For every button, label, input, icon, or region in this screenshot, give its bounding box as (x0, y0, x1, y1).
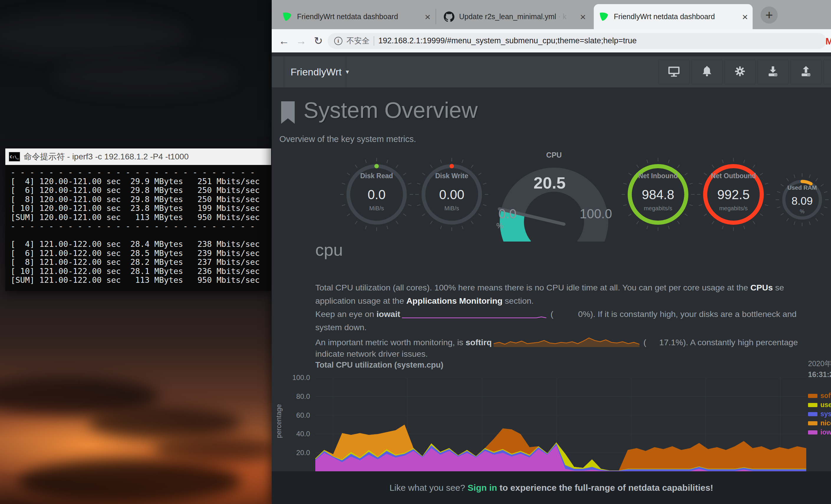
host-name: FriendlyWrt (291, 66, 342, 78)
url-text[interactable]: 192.168.2.1:19999/#menu_system_submenu_c… (378, 36, 637, 46)
description-line: Total CPU utilization (all cores). 100% … (315, 283, 831, 296)
terminal-output[interactable]: - - - - - - - - - - - - - - - - - - - - … (5, 165, 271, 291)
y-axis-tick: 100.0 (278, 374, 310, 382)
terminal-titlebar[interactable]: C:\_ 命令提示符 - iperf3 -c 192.168.1.2 -P4 -… (5, 148, 271, 165)
description-line: An important metric worth monitoring, is… (315, 336, 831, 349)
signin-text: Like what you see? Sign in to experience… (390, 483, 713, 493)
browser-window[interactable]: FriendlyWrt netdata dashboard×Update r2s… (272, 0, 831, 504)
text-segment: Keep an eye on (315, 309, 377, 319)
tab-title: FriendlyWrt netdata dashboard (614, 12, 739, 21)
gear-icon (733, 64, 747, 79)
legend-item-softirq[interactable]: softirq (808, 391, 831, 400)
tab-close-icon[interactable]: × (742, 12, 748, 22)
legend-label: iowait (821, 428, 831, 436)
gauge-net-outbound[interactable]: Net Outbound 992.5 megabits/s (689, 150, 778, 239)
cpu-description: Total CPU utilization (all cores). 100% … (315, 283, 831, 362)
browser-tab[interactable]: FriendlyWrt netdata dashboard× (594, 4, 753, 29)
gauge-value: 984.8 (614, 187, 702, 202)
reload-button[interactable]: ↻ (311, 35, 326, 47)
terminal-line: [SUM] 120.00-121.00 sec 113 MBytes 950 M… (10, 213, 271, 222)
text-segment: ). A constantly high percentage (683, 337, 798, 347)
legend-item-system[interactable]: system (808, 410, 831, 419)
gauge-title: Net Inbound (614, 172, 702, 180)
gauge-unit: % (771, 209, 831, 215)
text-segment: An important metric worth monitoring, is (315, 337, 466, 347)
legend-swatch (808, 394, 818, 398)
tab-title: Update r2s_lean_minimal.yml · k (459, 12, 577, 21)
legend-date: 2020年3 (808, 359, 831, 368)
inline-link[interactable]: Applications Monitoring (406, 296, 503, 305)
text-segment: softirq (466, 337, 492, 347)
gauge-title: Net Outbound (689, 172, 778, 180)
host-dropdown[interactable]: FriendlyWrt ▾ (291, 56, 349, 88)
gauge-net-inbound[interactable]: Net Inbound 984.8 megabits/s (614, 150, 702, 239)
gauge-max: 100.0 (580, 207, 612, 221)
gauge-value: 20.5 (534, 173, 566, 192)
legend-label: system (821, 410, 831, 418)
gauge-title: Used RAM (771, 184, 831, 191)
gauge-disk-write[interactable]: Disk Write 0.00 MiB/s (407, 150, 496, 239)
cloud-shape (88, 407, 241, 439)
monitor-icon (667, 64, 681, 79)
terminal-line: [ 6] 121.00-122.00 sec 28.5 MBytes 239 M… (10, 249, 271, 258)
chart-y-axis-label: percentage (275, 389, 283, 454)
cloud-shape (153, 436, 277, 463)
terminal-line: [SUM] 121.00-122.00 sec 113 MBytes 950 M… (10, 276, 271, 285)
bell-icon-button[interactable] (691, 59, 722, 85)
chevron-down-icon: ▾ (346, 68, 349, 76)
download-icon (766, 64, 780, 79)
cloud-shape (18, 459, 241, 504)
back-button[interactable]: ← (277, 35, 292, 47)
bell-icon (700, 64, 714, 79)
terminal-line: [ 10] 120.00-121.00 sec 23.8 MBytes 199 … (10, 204, 271, 213)
omnibox-divider (374, 36, 374, 46)
extension-badge[interactable]: M (825, 36, 831, 47)
description-line: application usage at the Applications Mo… (315, 296, 831, 309)
tab-close-icon[interactable]: × (425, 12, 431, 22)
bookmark-icon (281, 101, 295, 124)
sign-in-link[interactable]: Sign in (468, 483, 497, 493)
chart-title: Total CPU utilization (system.cpu) (315, 360, 443, 370)
browser-tab[interactable]: FriendlyWrt netdata dashboard× (277, 4, 435, 29)
upload-icon-button[interactable] (790, 59, 822, 85)
cpu-utilization-chart[interactable] (315, 378, 806, 472)
tab-title: FriendlyWrt netdata dashboard (297, 12, 422, 21)
page-title: System Overview (304, 97, 478, 123)
inline-link[interactable]: CPUs (750, 283, 773, 292)
browser-tab[interactable]: Update r2s_lean_minimal.yml · k× (439, 4, 591, 29)
site-info-icon[interactable]: i (334, 37, 342, 45)
terminal-window[interactable]: C:\_ 命令提示符 - iperf3 -c 192.168.1.2 -P4 -… (5, 148, 271, 291)
legend-item-user[interactable]: user (808, 400, 831, 410)
address-bar[interactable]: i 不安全 192.168.2.1:19999/#menu_system_sub… (328, 33, 826, 49)
browser-tabstrip[interactable]: FriendlyWrt netdata dashboard×Update r2s… (272, 0, 831, 29)
new-tab-button[interactable]: + (761, 6, 778, 24)
text-segment: ( (548, 309, 553, 319)
monitor-icon-button[interactable] (658, 59, 690, 85)
tab-close-icon[interactable]: × (580, 12, 586, 22)
cloud-shape (0, 12, 189, 59)
legend-swatch (808, 421, 818, 425)
netdata-favicon (282, 11, 292, 22)
gear-icon-button[interactable] (724, 59, 755, 85)
terminal-line: [ 10] 121.00-122.00 sec 28.1 MBytes 236 … (10, 267, 271, 276)
navbar-cell-partial (823, 59, 831, 85)
legend-item-nice[interactable]: nice (808, 419, 831, 428)
chart-legend: 2020年3 16:31:2 softirq user system nice … (808, 359, 831, 437)
page-subtitle: Overview of the key system metrics. (279, 134, 416, 144)
legend-item-iowait[interactable]: iowait (808, 428, 831, 437)
text-segment: system down. (315, 323, 367, 332)
gauge-unit: MiB/s (407, 205, 496, 212)
gauge-title: CPU (546, 151, 562, 159)
legend-label: nice (821, 419, 831, 427)
text-segment: 17.1% (659, 337, 683, 347)
gauge-unit: % (496, 221, 503, 230)
legend-label: user (821, 401, 831, 409)
download-icon-button[interactable] (757, 59, 789, 85)
gauge-cpu[interactable]: CPU 20.5 0.0 100.0 % (486, 150, 622, 241)
github-favicon (444, 11, 454, 22)
gauge-value: 992.5 (689, 187, 778, 202)
browser-toolbar: ← → ↻ i 不安全 192.168.2.1:19999/#menu_syst… (272, 29, 831, 53)
gauge-unit: megabits/s (689, 205, 778, 212)
gauge-used-ram[interactable]: Used RAM 8.09 % (771, 169, 831, 231)
forward-button[interactable]: → (293, 35, 309, 47)
